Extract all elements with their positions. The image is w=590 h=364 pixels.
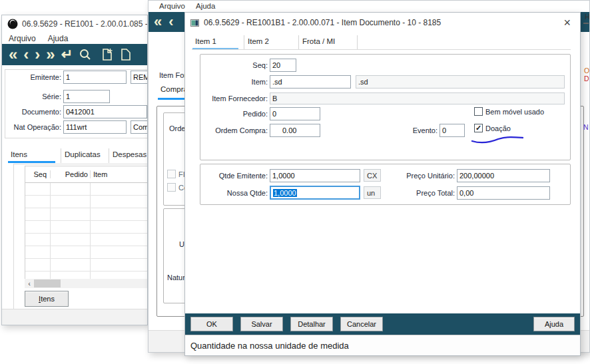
serie-label: Série: xyxy=(5,92,61,100)
tab-duplicatas[interactable]: Duplicatas xyxy=(61,148,109,163)
window-re1001: 06.9.5629 - RE1001 - 2.00.01.085 - M Arq… xyxy=(1,15,148,325)
selected-text: 1,0000 xyxy=(273,189,297,197)
nav-first-icon[interactable]: « xyxy=(9,46,17,63)
nav-first-icon[interactable]: « xyxy=(154,13,162,31)
detalhar-button[interactable]: Detalhar xyxy=(290,317,333,331)
ajuda-button[interactable]: Ajuda xyxy=(533,317,575,331)
pen-scribble-underline xyxy=(471,135,524,148)
itens-table-header: Seq Pedido Item xyxy=(25,166,148,183)
table-row[interactable] xyxy=(25,196,148,208)
window1-tabs: Itens Duplicatas Despesas xyxy=(7,148,148,163)
window3-statusbar: Quantidade na nossa unidade de medida xyxy=(185,335,580,356)
nav-next-icon[interactable]: › xyxy=(35,46,40,63)
tab-item2[interactable]: Item 2 xyxy=(244,35,298,50)
text-fragment-required: O xyxy=(584,67,589,75)
serie-field[interactable]: 1 xyxy=(63,90,110,103)
itens-table: Seq Pedido Item xyxy=(25,166,148,284)
menu-arquivo[interactable]: Arquivo xyxy=(9,34,36,43)
window3-buttonbar: OK Salvar Detalhar Cancelar xyxy=(185,313,580,335)
evento-field[interactable]: 0 xyxy=(440,124,465,137)
item-detail-groupbox: Seq: 20 Item: .sd .sd Item Fornecedor: B… xyxy=(200,54,571,160)
table-row[interactable] xyxy=(25,246,148,259)
horizontal-scrollbar[interactable]: ‹ xyxy=(25,279,148,288)
checkbox-checked-box[interactable]: ✓ xyxy=(474,124,483,132)
scrollbar-thumb[interactable] xyxy=(34,279,61,287)
menu-ajuda[interactable]: Ajuda xyxy=(48,34,69,43)
window1-menubar: Arquivo Ajuda xyxy=(2,33,147,44)
seq-label: Seq: xyxy=(200,61,268,69)
table-row[interactable] xyxy=(25,208,148,221)
emitente-field[interactable]: 1 xyxy=(63,71,127,84)
nossa-qtde-label: Nossa Qtde: xyxy=(200,189,268,197)
text-fragment: H xyxy=(585,13,590,21)
tab-despesas[interactable]: Despesas xyxy=(109,148,148,163)
scroll-left-icon[interactable]: ‹ xyxy=(25,279,34,288)
emitente-label: Emitente: xyxy=(5,73,61,81)
seq-field[interactable]: 20 xyxy=(270,59,296,72)
tab-item1[interactable]: Item 1 xyxy=(192,35,244,50)
itens-button[interactable]: Itens xyxy=(25,291,69,307)
document-icon[interactable] xyxy=(120,48,132,61)
window3-titlebar[interactable]: 06.9.5629 - RE1001B1 - 2.00.00.071 - Ite… xyxy=(185,13,580,33)
checkbox-box[interactable] xyxy=(474,107,483,116)
tab-frota-mi[interactable]: Frota / MI xyxy=(298,35,357,50)
evento-label: Evento: xyxy=(410,126,438,134)
item-field[interactable]: .sd xyxy=(270,75,351,89)
new-document-icon[interactable] xyxy=(101,48,113,61)
nat-operacao-field[interactable]: 111wrt xyxy=(63,120,127,134)
preco-unitario-field[interactable]: 200,00000 xyxy=(457,169,550,182)
documento-field[interactable]: 0412001 xyxy=(63,105,147,118)
enter-icon[interactable]: ↵ xyxy=(61,46,73,63)
search-icon[interactable] xyxy=(79,48,92,61)
text-fragment-required: D xyxy=(584,75,589,83)
column-item[interactable]: Item xyxy=(91,170,148,178)
window3-tabs: Item 1 Item 2 Frota / MI xyxy=(192,35,361,50)
menu-arquivo[interactable]: Arquivo xyxy=(159,2,185,10)
nat-operacao-desc-field[interactable]: Com xyxy=(131,120,148,134)
nav-last-icon[interactable]: » xyxy=(46,46,55,63)
tabline xyxy=(192,49,571,50)
emitente-desc-field[interactable]: REM xyxy=(131,71,148,84)
qtde-emitente-field[interactable]: 1,0000 xyxy=(270,169,360,182)
ordem-compra-field[interactable]: 0.00 xyxy=(270,124,320,137)
preco-total-label: Preço Total: xyxy=(388,189,455,197)
window2-menubar: Arquivo Ajuda xyxy=(148,1,589,11)
item-label: Item: xyxy=(200,78,268,86)
bem-movel-usado-checkbox[interactable]: Bem móvel usado xyxy=(474,107,544,116)
table-row[interactable] xyxy=(25,183,148,196)
menu-ajuda[interactable]: Ajuda xyxy=(196,2,215,10)
totvs-logo-icon xyxy=(7,19,18,29)
salvar-button[interactable]: Salvar xyxy=(240,317,283,331)
checkbox-box xyxy=(167,183,176,192)
pedido-label: Pedido: xyxy=(200,110,268,118)
column-pedido[interactable]: Pedido xyxy=(51,170,91,178)
nat-operacao-label: Nat Operação: xyxy=(5,123,61,131)
pedido-field[interactable]: 0 xyxy=(270,107,320,120)
window1-itens-panel: Seq Pedido Item ‹ Itens xyxy=(13,164,148,310)
window1-titlebar[interactable]: 06.9.5629 - RE1001 - 2.00.01.085 - M xyxy=(2,15,147,33)
checkbox-box xyxy=(167,170,176,178)
quantity-price-groupbox: Qtde Emitente: 1,0000 CX Preço Unitário:… xyxy=(200,164,571,205)
ok-button[interactable]: OK xyxy=(190,317,233,331)
doacao-checkbox[interactable]: ✓ Doação xyxy=(474,124,511,132)
nossa-unidade-field: un xyxy=(364,186,381,199)
window3-title: 06.9.5629 - RE1001B1 - 2.00.00.071 - Ite… xyxy=(204,18,555,27)
text-fragment: N xyxy=(583,123,589,131)
nav-prev-icon[interactable]: ‹ xyxy=(23,46,29,63)
preco-total-field[interactable]: 0,00 xyxy=(457,186,550,200)
natureza-label: Natur xyxy=(167,273,185,281)
tab-itens[interactable]: Itens xyxy=(7,148,61,163)
cancelar-button[interactable]: Cancelar xyxy=(340,317,383,331)
fragment-dash xyxy=(583,23,589,24)
close-icon[interactable]: × xyxy=(559,17,575,29)
window1-header-fields: Emitente: 1 REM Série: 1 Documento: 0412… xyxy=(5,69,148,138)
table-row[interactable] xyxy=(25,221,148,234)
status-text: Quantidade na nossa unidade de medida xyxy=(190,341,349,351)
table-row[interactable] xyxy=(25,234,148,246)
nav-prev-icon[interactable]: ‹ xyxy=(168,13,173,31)
table-row[interactable] xyxy=(25,259,148,272)
column-seq[interactable]: Seq xyxy=(25,170,51,178)
unidade-label: U xyxy=(179,240,184,248)
nossa-qtde-field[interactable]: 1,0000 xyxy=(270,186,360,200)
check-icon: ✓ xyxy=(475,124,481,132)
